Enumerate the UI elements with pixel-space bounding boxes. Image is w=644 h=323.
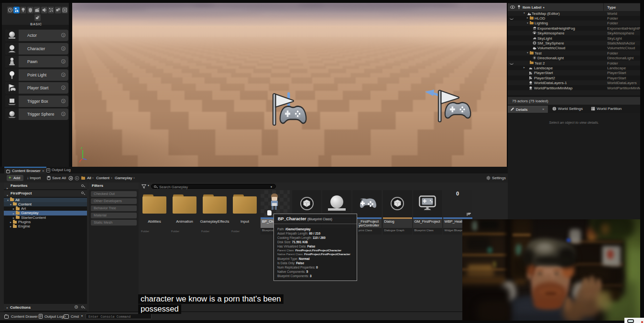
svg-text:z: z <box>80 146 83 150</box>
